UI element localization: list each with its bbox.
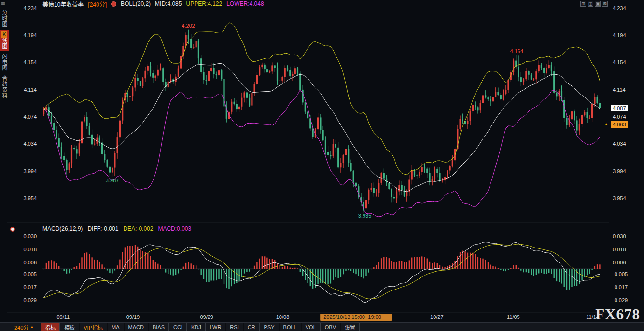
window-layout-icons: ⊞◫▣⊠ <box>580 1 608 7</box>
sidebar-tab-1[interactable]: 分时图 <box>0 8 9 28</box>
chart-type-sidebar: 分时图K线图闪电图合约资料 <box>0 7 7 325</box>
layout-split-icon[interactable]: ◫ <box>588 1 593 7</box>
toolbar-item-指标[interactable]: 指标 <box>41 323 60 331</box>
toolbar-item-BOLL[interactable]: BOLL <box>279 323 301 331</box>
axis-tick: 4.114 <box>613 87 626 93</box>
price-annotation: 3.935 <box>358 213 372 219</box>
indicator-pane-icon[interactable] <box>10 227 15 232</box>
boll-lower-value: LOWER:4.048 <box>226 0 264 7</box>
macd-dea-value: DEA:-0.002 <box>123 225 153 232</box>
axis-tick: -0.005 <box>22 271 37 277</box>
toolbar-item-模板[interactable]: 模板 <box>60 323 79 331</box>
ref-arrow-icon: ▲ <box>604 122 608 126</box>
axis-tick: 4.074 <box>613 114 626 120</box>
toolbar-item-设置[interactable]: 设置 <box>340 323 360 331</box>
period-label: 240分 <box>14 323 28 331</box>
x-axis-label: 09/11 <box>56 314 70 320</box>
axis-tick: 3.994 <box>613 168 626 174</box>
axis-tick: 0.030 <box>613 234 626 239</box>
boll-upper-line <box>44 23 600 175</box>
grid-icon[interactable]: ▦ <box>1 1 6 6</box>
axis-tick: 4.234 <box>23 5 37 11</box>
period-selector[interactable]: 240分 ▲ <box>14 323 34 331</box>
sidebar-tab-badge: K <box>1 31 7 38</box>
trading-app-window: ▦ 分时图K线图闪电图合约资料 美债10年收益率 [240分] BOLL(20,… <box>0 0 644 331</box>
sidebar-tab-4[interactable]: 合约资料 <box>0 74 9 100</box>
axis-tick: 4.114 <box>24 87 37 93</box>
sidebar-tab-3[interactable]: 闪电图 <box>0 52 9 72</box>
watermark: FX678 <box>595 306 640 323</box>
boll-upper-value: UPPER:4.122 <box>186 0 222 7</box>
price-annotation: 4.164 <box>510 48 524 54</box>
toolbar-item-OBV[interactable]: OBV <box>321 323 340 331</box>
axis-tick: -0.005 <box>613 271 628 277</box>
axis-tick: 4.034 <box>23 141 37 147</box>
macd-diff-value: DIFF:-0.001 <box>87 225 118 232</box>
axis-tick: -0.017 <box>613 284 628 290</box>
axis-tick: 4.154 <box>23 59 37 65</box>
macd-hist-value: MACD:0.003 <box>158 225 191 232</box>
toolbar-item-RSI[interactable]: RSI <box>225 323 243 331</box>
x-axis-label: 09/29 <box>200 314 213 320</box>
x-axis-label: 10/27 <box>430 314 444 320</box>
axis-tick: 0.018 <box>23 247 37 252</box>
axis-tick: 4.074 <box>23 114 37 120</box>
toolbar-item-MA[interactable]: MA <box>107 323 124 331</box>
toolbar-item-CR[interactable]: CR <box>243 323 260 331</box>
axis-tick: 3.994 <box>23 168 37 174</box>
boll-mid-line <box>44 64 600 192</box>
axis-tick: 4.034 <box>613 141 626 147</box>
toolbar-item-LWR[interactable]: LWR <box>206 323 226 331</box>
axis-tick: 4.154 <box>613 59 626 65</box>
toolbar-item-VIP指标[interactable]: VIP指标 <box>79 323 107 331</box>
instrument-title: 美债10年收益率 <box>42 0 84 8</box>
axis-tick: 0.006 <box>23 260 37 265</box>
boll-lower-line <box>44 90 600 217</box>
crosshair-date-tooltip: 2025/10/13 15:00~19:00 一 <box>320 314 392 321</box>
bottom-toolbar: 240分 ▲ 指标模板VIP指标MAMACDBIASCCIKDJLWRRSICR… <box>0 322 644 331</box>
ref-price-tag: 4.063 <box>611 121 628 128</box>
macd-params-label: MACD(26,12,9) <box>42 225 83 232</box>
boll-mid-value: MID:4.085 <box>155 0 182 7</box>
axis-tick: -0.029 <box>22 297 37 303</box>
axis-tick: 0.018 <box>613 247 626 252</box>
sidebar-tab-2[interactable]: K线图 <box>0 30 9 51</box>
toolbar-item-BIAS[interactable]: BIAS <box>148 323 169 331</box>
axis-tick: 4.234 <box>613 5 626 11</box>
toolbar-item-KDJ[interactable]: KDJ <box>187 323 206 331</box>
axis-tick: 3.954 <box>613 195 626 201</box>
axis-tick: -0.029 <box>613 297 628 303</box>
axis-tick: 3.954 <box>23 195 37 201</box>
layout-grid-icon[interactable]: ⊞ <box>580 1 586 7</box>
chart-canvas[interactable] <box>0 0 644 331</box>
chevron-up-icon: ▲ <box>30 325 34 329</box>
candles <box>43 30 601 213</box>
last-price-tag: 4.087 <box>611 105 628 111</box>
price-annotation: 3.987 <box>106 178 119 183</box>
indicator-tabs: 指标模板VIP指标MAMACDBIASCCIKDJLWRRSICRPSYBOLL… <box>41 323 360 331</box>
layout-single-icon[interactable]: ▣ <box>595 1 601 7</box>
toolbar-item-MACD[interactable]: MACD <box>124 323 148 331</box>
axis-tick: 4.194 <box>613 32 626 38</box>
close-pane-icon[interactable]: ⊠ <box>602 1 608 7</box>
left-price-axis: 4.2344.1944.1544.1144.0744.0343.9943.954… <box>7 0 39 331</box>
x-axis-label: 10/08 <box>276 314 290 320</box>
axis-tick: 0.030 <box>23 234 37 239</box>
timeframe-tag[interactable]: [240分] <box>88 0 107 8</box>
price-annotation: 4.202 <box>182 23 195 28</box>
macd-header: MACD(26,12,9) DIFF:-0.001 DEA:-0.002 MAC… <box>42 225 191 232</box>
chart-header: 美债10年收益率 [240分] BOLL(20,2) MID:4.085 UPP… <box>42 0 264 7</box>
macd-histogram <box>43 245 600 290</box>
x-axis-label: 11/05 <box>507 314 520 320</box>
indicator-toggle-icon[interactable] <box>111 1 116 7</box>
boll-label: BOLL(20,2) <box>121 0 151 7</box>
x-axis-label: 09/19 <box>126 314 140 320</box>
right-price-axis: 4.2344.1944.1544.1144.0744.0343.9943.954… <box>611 0 643 331</box>
axis-tick: -0.017 <box>22 284 37 290</box>
toolbar-item-PSY[interactable]: PSY <box>260 323 279 331</box>
axis-tick: 4.194 <box>23 32 37 38</box>
axis-tick: 0.006 <box>613 260 626 265</box>
toolbar-item-CCI[interactable]: CCI <box>169 323 187 331</box>
toolbar-item-VOL[interactable]: VOL <box>301 323 321 331</box>
